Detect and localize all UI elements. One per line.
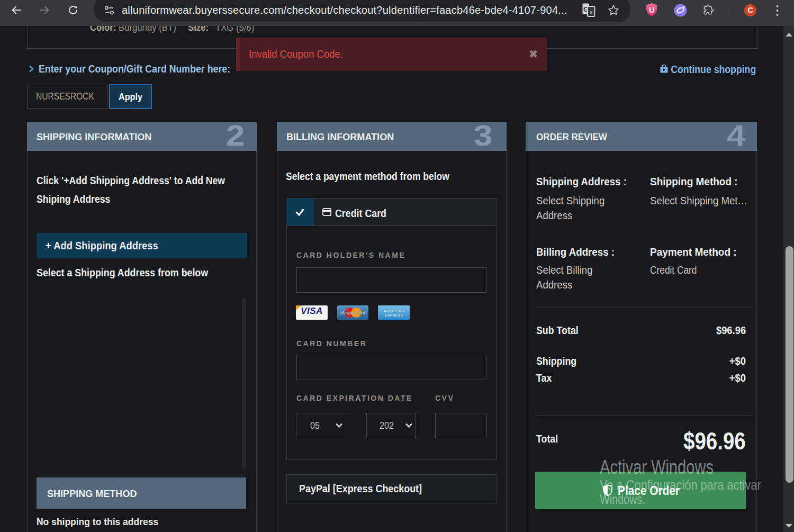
svg-text:MasterCard: MasterCard — [340, 310, 366, 315]
svg-text:EXPRESS: EXPRESS — [385, 313, 403, 318]
svg-text:U: U — [649, 6, 654, 14]
svg-text:x: x — [590, 9, 593, 15]
